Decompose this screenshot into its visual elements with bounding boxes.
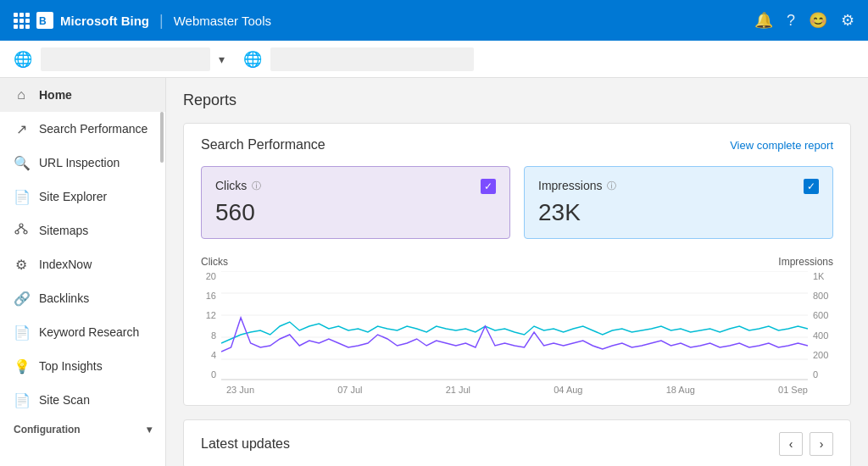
svg-line-5	[17, 227, 21, 230]
sidebar-item-search-performance[interactable]: ↗ Search Performance	[0, 112, 165, 146]
account-icon[interactable]: 😊	[809, 11, 827, 30]
svg-line-6	[21, 227, 25, 230]
y-axis-left: 20 16 12 8 4 0	[201, 271, 221, 381]
latest-updates-header: Latest updates ‹ ›	[201, 432, 833, 456]
content-area: Reports Search Performance View complete…	[166, 78, 868, 466]
impressions-checkbox[interactable]: ✓	[804, 179, 819, 194]
svg-point-2	[19, 224, 23, 227]
sidebar-item-search-performance-label: Search Performance	[39, 122, 147, 136]
bing-logo-icon: B	[36, 12, 53, 29]
site-explorer-icon: 📄	[14, 189, 29, 205]
y-right-1: 800	[813, 291, 833, 301]
sidebar: ⌂ Home ↗ Search Performance 🔍 URL Inspec…	[0, 78, 166, 466]
x-label-1: 07 Jul	[337, 385, 362, 395]
sidebar-item-url-inspection-label: URL Inspection	[39, 156, 120, 169]
y-left-0: 20	[201, 271, 216, 281]
sidebar-item-indexnow[interactable]: ⚙ IndexNow	[0, 247, 165, 281]
y-left-2: 12	[201, 310, 216, 320]
clicks-value: 560	[215, 199, 496, 226]
clicks-line	[221, 318, 808, 352]
x-label-4: 18 Aug	[666, 385, 695, 395]
main-layout: ⌂ Home ↗ Search Performance 🔍 URL Inspec…	[0, 78, 868, 466]
url-site-input[interactable]	[270, 47, 474, 71]
x-axis-labels: 23 Jun 07 Jul 21 Jul 04 Aug 18 Aug 01 Se…	[201, 381, 833, 395]
chart-svg	[221, 271, 808, 381]
topbar-separator: |	[159, 12, 164, 30]
latest-prev-button[interactable]: ‹	[779, 432, 803, 456]
sidebar-item-keyword-research-label: Keyword Research	[39, 325, 139, 339]
sidebar-item-top-insights[interactable]: 💡 Top Insights	[0, 349, 165, 383]
sidebar-scrollbar[interactable]	[160, 112, 164, 163]
clicks-label-row: Clicks ⓘ	[215, 179, 496, 192]
home-icon: ⌂	[14, 87, 29, 103]
sidebar-item-site-scan[interactable]: 📄 Site Scan	[0, 383, 165, 417]
latest-next-button[interactable]: ›	[810, 432, 833, 456]
impressions-value: 23K	[538, 199, 819, 226]
sidebar-item-backlinks[interactable]: 🔗 Backlinks	[0, 281, 165, 315]
chart-impressions-label: Impressions	[778, 256, 833, 268]
impressions-label: Impressions	[538, 179, 602, 192]
sidebar-item-sitemaps[interactable]: Sitemaps	[0, 214, 165, 247]
sidebar-item-backlinks-label: Backlinks	[39, 291, 89, 305]
search-performance-icon: ↗	[14, 121, 29, 137]
sidebar-item-site-explorer[interactable]: 📄 Site Explorer	[0, 180, 165, 214]
brand-name: Microsoft Bing	[60, 14, 149, 28]
reports-title: Reports	[183, 92, 851, 109]
y-right-0: 1K	[813, 271, 833, 281]
y-left-5: 0	[201, 369, 216, 380]
sidebar-item-url-inspection[interactable]: 🔍 URL Inspection	[0, 146, 165, 180]
url-chevron-icon[interactable]: ▾	[219, 53, 225, 66]
y-right-3: 400	[813, 330, 833, 341]
topbar-icons: 🔔 ? 😊 ⚙	[754, 11, 854, 30]
chart-clicks-label: Clicks	[201, 256, 228, 268]
svg-point-3	[15, 230, 19, 234]
y-left-1: 16	[201, 291, 216, 301]
sidebar-item-top-insights-label: Top Insights	[39, 359, 103, 373]
urlbar-site-globe-icon: 🌐	[243, 50, 262, 69]
metrics-row: Clicks ⓘ ✓ 560 Impressions ⓘ ✓ 23K	[201, 166, 833, 239]
x-label-3: 04 Aug	[554, 385, 582, 395]
topbar: B Microsoft Bing | Webmaster Tools 🔔 ? 😊…	[0, 0, 868, 41]
svg-point-4	[24, 230, 27, 234]
clicks-info-icon[interactable]: ⓘ	[252, 180, 261, 192]
svg-text:B: B	[39, 15, 47, 27]
backlinks-icon: 🔗	[14, 291, 29, 307]
view-complete-report-link[interactable]: View complete report	[730, 139, 833, 152]
urlbar: 🌐 ▾ 🌐	[0, 41, 868, 78]
x-label-5: 01 Sep	[778, 385, 808, 395]
app-name: Webmaster Tools	[174, 14, 271, 28]
keyword-research-icon: 📄	[14, 325, 29, 341]
help-icon[interactable]: ?	[787, 12, 795, 30]
sp-card-header: Search Performance View complete report	[201, 137, 833, 153]
settings-icon[interactable]: ⚙	[841, 11, 854, 30]
urlbar-globe-icon: 🌐	[14, 50, 32, 69]
sidebar-configuration-section[interactable]: Configuration ▾	[0, 417, 165, 439]
configuration-label: Configuration	[14, 424, 81, 435]
sidebar-item-keyword-research[interactable]: 📄 Keyword Research	[0, 315, 165, 349]
x-label-2: 21 Jul	[446, 385, 470, 395]
sidebar-item-home[interactable]: ⌂ Home	[0, 78, 165, 112]
search-performance-card: Search Performance View complete report …	[183, 123, 851, 406]
waffle-icon[interactable]	[14, 13, 30, 29]
sidebar-item-sitemaps-label: Sitemaps	[39, 224, 88, 237]
impressions-label-row: Impressions ⓘ	[538, 179, 819, 192]
sidebar-item-site-explorer-label: Site Explorer	[39, 190, 107, 203]
url-inspection-icon: 🔍	[14, 155, 29, 171]
url-input[interactable]	[41, 47, 210, 71]
clicks-checkbox[interactable]: ✓	[481, 179, 496, 194]
latest-updates-nav: ‹ ›	[779, 432, 833, 456]
site-scan-icon: 📄	[14, 392, 29, 408]
latest-updates-card: Latest updates ‹ ›	[183, 419, 851, 466]
indexnow-icon: ⚙	[14, 257, 29, 273]
impressions-info-icon[interactable]: ⓘ	[607, 180, 616, 192]
chart-top-labels: Clicks Impressions	[201, 256, 833, 268]
sidebar-item-home-label: Home	[39, 88, 72, 102]
y-axis-right: 1K 800 600 400 200 0	[808, 271, 833, 381]
notification-icon[interactable]: 🔔	[754, 11, 773, 30]
sidebar-item-indexnow-label: IndexNow	[39, 258, 92, 271]
y-right-5: 0	[813, 369, 833, 380]
impressions-metric-box: Impressions ⓘ ✓ 23K	[524, 166, 833, 239]
y-right-4: 200	[813, 350, 833, 360]
y-right-2: 600	[813, 310, 833, 320]
y-left-3: 8	[201, 330, 216, 341]
